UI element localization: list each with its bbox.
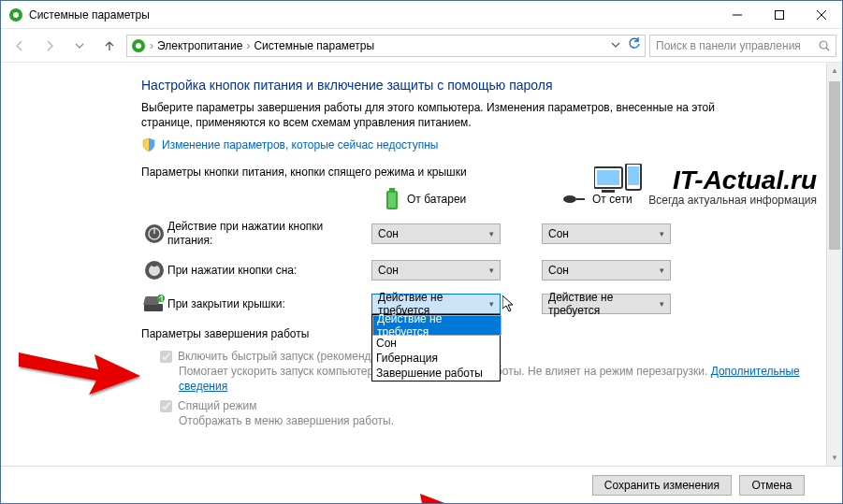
chevron-right-icon: › [246,39,250,52]
dropdown-option[interactable]: Действие не требуется [372,315,501,336]
page-title: Настройка кнопок питания и включение защ… [141,78,807,93]
search-box[interactable] [649,35,836,57]
svg-rect-12 [388,193,396,208]
watermark: IT-Actual.ru Всегда актуальная информаци… [648,166,817,207]
back-button[interactable] [7,33,33,59]
shield-icon [141,137,156,152]
fast-startup-checkbox [160,351,172,363]
power-ac-select[interactable]: Сон▾ [542,223,671,244]
red-arrow-annotation [347,492,469,504]
dropdown-option[interactable]: Гибернация [372,351,500,366]
refresh-button[interactable] [628,37,641,53]
battery-icon [385,188,400,210]
window-title: Системные параметры [29,8,716,22]
address-bar[interactable]: › Электропитание › Системные параметры [126,35,646,57]
svg-rect-28 [628,166,639,185]
maximize-button[interactable] [758,1,800,28]
chevron-down-icon: ▾ [489,229,494,238]
breadcrumb-1[interactable]: Электропитание [157,39,242,52]
svg-point-8 [820,41,827,49]
power-button-label: Действие при нажатии кнопки питания: [167,220,371,247]
svg-rect-10 [389,188,395,191]
main-content: Настройка кнопок питания и включение защ… [1,63,826,466]
sleep-button-icon [144,260,165,281]
fast-startup-label: Включить быстрый запуск (рекомендуется) [178,350,403,363]
lid-battery-select[interactable]: Действие не требуется▾ [371,294,501,314]
sleep-battery-select[interactable]: Сон▾ [371,260,501,281]
svg-point-1 [13,12,19,18]
svg-rect-21 [144,304,163,311]
sleep-ac-select[interactable]: Сон▾ [542,260,671,281]
chevron-down-icon: ▾ [660,299,664,309]
change-unavailable-link[interactable]: Изменение параметров, которые сейчас нед… [162,138,439,151]
svg-point-7 [136,43,141,49]
cancel-button[interactable]: Отмена [739,475,805,496]
titlebar: Системные параметры [1,1,842,29]
app-icon [8,7,23,22]
lid-ac-select[interactable]: Действие не требуется▾ [542,294,671,314]
power-button-icon [144,223,165,244]
watermark-icon [594,164,645,201]
chevron-down-icon: ▾ [660,266,664,275]
sleep-mode-label: Спящий режим [178,399,256,412]
svg-point-13 [563,195,576,203]
cursor-icon [502,295,517,314]
page-description: Выберите параметры завершения работы для… [141,100,740,130]
lid-icon [142,295,167,313]
watermark-text: IT-Actual.ru [648,166,817,195]
power-battery-select[interactable]: Сон▾ [371,223,501,244]
scroll-up-button[interactable]: ▲ [827,63,842,79]
sleep-mode-help: Отображать в меню завершения работы. [179,414,807,429]
forward-button[interactable] [36,33,63,59]
col-battery-label: От батареи [407,193,466,206]
svg-line-9 [826,48,829,50]
plug-icon [562,192,585,207]
sleep-button-label: При нажатии кнопки сна: [167,264,371,277]
minimize-button[interactable] [716,1,758,28]
lid-battery-dropdown[interactable]: Действие не требуется Сон Гибернация Зав… [371,314,501,382]
address-dropdown[interactable] [611,39,620,52]
chevron-right-icon: › [150,39,153,52]
watermark-sub: Всегда актуальная информация [648,194,817,207]
close-button[interactable] [800,1,842,28]
power-icon [131,38,146,53]
dropdown-option[interactable]: Завершение работы [372,366,500,381]
lid-label: При закрытии крышки: [167,297,371,310]
vertical-scrollbar[interactable]: ▲ ▼ [826,63,842,466]
nav-bar: › Электропитание › Системные параметры [1,29,842,63]
svg-rect-25 [597,170,619,185]
breadcrumb-2[interactable]: Системные параметры [254,39,374,52]
history-dropdown[interactable] [66,33,93,59]
svg-point-23 [157,295,165,302]
search-input[interactable] [656,39,819,52]
save-button[interactable]: Сохранить изменения [592,475,732,496]
svg-rect-3 [775,10,783,19]
chevron-down-icon: ▾ [660,229,664,238]
red-arrow-annotation [14,343,145,399]
scroll-down-button[interactable]: ▼ [827,450,842,466]
chevron-down-icon: ▾ [489,299,494,309]
up-button[interactable] [96,33,123,59]
sleep-mode-checkbox [160,400,172,412]
chevron-down-icon: ▾ [489,266,494,275]
scrollbar-thumb[interactable] [829,81,840,250]
svg-rect-26 [602,190,615,193]
search-icon [819,40,830,51]
footer: Сохранить изменения Отмена [1,466,842,503]
